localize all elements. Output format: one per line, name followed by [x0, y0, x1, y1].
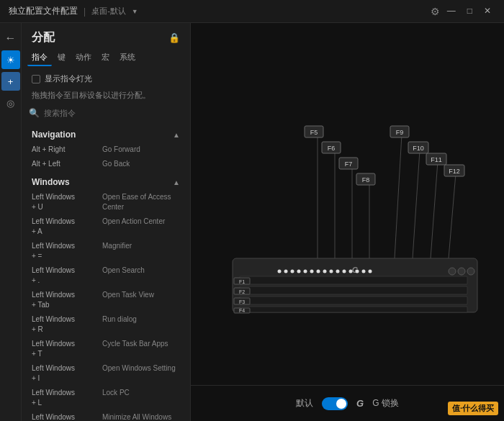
svg-point-55: [467, 268, 474, 275]
list-item: Left Windows+ T Cycle Task Bar Apps: [22, 337, 190, 361]
svg-rect-44: [240, 307, 467, 312]
list-item: Left Windows+ A Open Action Center: [22, 214, 190, 239]
fkey-diagram: F5 F6 F7 F8 F9 F10 F11: [211, 122, 485, 323]
svg-point-37: [348, 269, 352, 273]
list-item: Left Windows+ Tab Open Task View: [22, 288, 190, 312]
panel-header: 分配 🔒: [22, 23, 190, 50]
windows-section-header[interactable]: Windows ▲: [22, 171, 190, 190]
sidebar-brightness-icon[interactable]: ☀: [1, 50, 20, 69]
search-input[interactable]: [44, 109, 183, 117]
cmd-key: Left Windows+ T: [32, 339, 96, 359]
cmd-action: Go Forward: [102, 145, 140, 155]
sidebar-icons: ← ☀ + ◎: [0, 23, 22, 421]
svg-point-38: [355, 269, 359, 273]
show-lights-checkbox[interactable]: [32, 75, 40, 83]
titlebar-controls: ⚙ — □ ✕: [431, 6, 495, 17]
panel-title: 分配: [32, 30, 55, 45]
svg-line-4: [395, 135, 402, 258]
gear-icon[interactable]: ⚙: [431, 6, 440, 17]
cmd-action: Open Action Center: [102, 217, 165, 237]
svg-text:F11: F11: [431, 156, 442, 163]
svg-text:F4: F4: [238, 308, 244, 313]
tab-keys[interactable]: 键: [53, 50, 70, 66]
list-item: Left Windows+ M Minimize All Windows: [22, 410, 190, 421]
tab-system[interactable]: 系统: [115, 50, 140, 66]
svg-point-26: [277, 269, 281, 273]
cmd-key: Left Windows+ I: [32, 363, 96, 384]
svg-rect-43: [240, 296, 467, 304]
back-button[interactable]: ←: [1, 29, 20, 47]
titlebar-title: 独立配置文件配置: [9, 5, 78, 17]
svg-text:F10: F10: [413, 145, 424, 152]
tab-commands[interactable]: 指令: [27, 50, 52, 66]
svg-text:F1: F1: [238, 279, 244, 284]
bottom-label1: 默认: [296, 397, 313, 409]
svg-text:F7: F7: [344, 160, 352, 168]
right-panel: F5 F6 F7 F8 F9 F10 F11: [191, 23, 504, 421]
svg-rect-41: [240, 276, 467, 284]
list-item: Alt + Left Go Back: [22, 157, 190, 171]
list-item: Left Windows+ I Open Windows Setting: [22, 361, 190, 386]
cmd-action: Open Windows Setting: [102, 363, 176, 384]
svg-rect-42: [240, 286, 467, 294]
tab-macros[interactable]: 宏: [97, 50, 114, 66]
svg-text:F6: F6: [327, 145, 335, 152]
bottom-label2: G 锁换: [372, 397, 399, 409]
sidebar-add-icon[interactable]: +: [1, 72, 20, 91]
lock-icon: 🔒: [168, 32, 180, 43]
toggle-thumb: [336, 399, 346, 409]
show-lights-label: 显示指令灯光: [45, 73, 92, 84]
chevron-down-icon[interactable]: ▼: [132, 8, 138, 15]
svg-point-34: [329, 269, 333, 273]
cmd-action: Cycle Task Bar Apps: [102, 339, 168, 359]
tabs-row: 指令 键 动作 宏 系统: [22, 50, 190, 71]
svg-text:F3: F3: [238, 299, 244, 304]
sidebar-target-icon[interactable]: ◎: [1, 94, 20, 112]
svg-point-36: [342, 269, 346, 273]
svg-point-27: [284, 269, 287, 273]
cmd-key: Left Windows+ U: [32, 192, 96, 212]
cmd-action: Go Back: [102, 159, 130, 169]
navigation-section-header[interactable]: Navigation ▲: [22, 124, 190, 142]
cmd-action: Run dialog: [102, 314, 137, 335]
toggle-switch[interactable]: [322, 397, 348, 410]
minimize-button[interactable]: —: [443, 6, 460, 17]
cmd-action: Lock PC: [102, 388, 130, 408]
cmd-key: Left Windows+ R: [32, 314, 96, 335]
list-item: Left Windows+ R Run dialog: [22, 312, 190, 337]
svg-point-40: [368, 269, 372, 273]
cmd-key: Left Windows+ =: [32, 241, 96, 261]
svg-line-5: [413, 150, 420, 258]
maximize-button[interactable]: □: [463, 6, 477, 17]
command-list: Navigation ▲ Alt + Right Go Forward Alt …: [22, 124, 190, 421]
svg-point-54: [458, 268, 465, 275]
close-button[interactable]: ✕: [480, 6, 495, 17]
windows-title: Windows: [32, 177, 70, 187]
checkbox-row: 显示指令灯光: [22, 71, 190, 87]
svg-point-39: [361, 269, 365, 273]
tab-actions[interactable]: 动作: [71, 50, 96, 66]
g-logo: G: [356, 398, 364, 409]
left-panel: 分配 🔒 指令 键 动作 宏 系统 显示指令灯光 拖拽指令至目标设备以进行分配。…: [22, 23, 191, 421]
svg-line-6: [431, 161, 438, 258]
svg-point-35: [336, 269, 339, 273]
cmd-key: Left Windows+ L: [32, 388, 96, 408]
titlebar-left: 独立配置文件配置 | 桌面-默认 ▼: [9, 5, 138, 17]
svg-text:F8: F8: [361, 176, 369, 184]
keyboard-area: F5 F6 F7 F8 F9 F10 F11: [211, 122, 485, 323]
navigation-title: Navigation: [32, 130, 76, 140]
svg-point-29: [297, 269, 300, 273]
list-item: Left Windows+ U Open Ease of Access Cent…: [22, 190, 190, 214]
svg-point-28: [290, 269, 294, 273]
list-item: Left Windows+ L Lock PC: [22, 386, 190, 410]
drag-hint: 拖拽指令至目标设备以进行分配。: [22, 87, 190, 105]
svg-line-7: [449, 173, 456, 258]
svg-point-33: [323, 269, 326, 273]
list-item: Left Windows+ . Open Search: [22, 263, 190, 288]
search-icon: 🔍: [29, 108, 40, 118]
cmd-action: Open Ease of Access Center: [102, 192, 180, 212]
svg-point-32: [316, 269, 320, 273]
cmd-action: Open Search: [102, 266, 145, 286]
svg-text:F5: F5: [310, 129, 318, 136]
cmd-action: Minimize All Windows: [102, 412, 171, 421]
